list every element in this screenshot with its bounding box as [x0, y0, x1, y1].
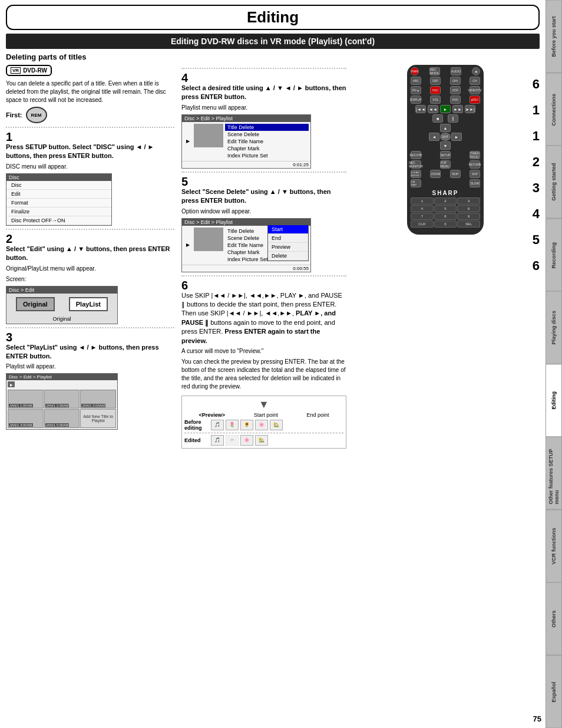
step4-menu-chapter: Chapter Mark — [225, 145, 309, 152]
skip-fwd-btn[interactable]: ►►| — [465, 105, 475, 113]
remote-label-1b: 1 — [533, 129, 540, 144]
stop-btn[interactable]: ■ — [432, 114, 443, 123]
ff-btn[interactable]: ►► — [452, 105, 463, 113]
step5-screen-content: ▶ Title Delete Scene Delete Edit Title N… — [182, 226, 310, 265]
num-3[interactable]: 3 — [457, 197, 480, 205]
num-2[interactable]: 2 — [434, 197, 457, 205]
dpad-tl — [429, 124, 439, 132]
slow-btn[interactable]: SLOW — [470, 179, 480, 187]
mid-column: 4 Select a desired title using ▲ / ▼ ◄ /… — [181, 65, 346, 728]
rec3-btn[interactable]: ●REC — [470, 95, 480, 104]
num-5[interactable]: 5 — [434, 205, 457, 212]
pgup-btn[interactable]: PG▲ — [411, 86, 421, 94]
dpad-down[interactable]: ▼ — [440, 141, 451, 150]
sidebar-tab-editing[interactable]: Editing — [546, 364, 562, 437]
step4-menu-index: Index Picture Set — [225, 152, 309, 159]
remote-stop-row: ■ ‖ — [411, 114, 480, 123]
recotb-btn[interactable]: RECOTB — [411, 151, 421, 159]
step6-extra: You can check the preview by pressing EN… — [181, 358, 346, 391]
def-btn[interactable]: DEF — [430, 77, 441, 85]
vol-btn[interactable]: VOL — [430, 95, 441, 104]
after-icon-3: 🌸 — [240, 435, 253, 446]
popup-end: End — [268, 234, 308, 243]
num-8[interactable]: 8 — [434, 213, 457, 220]
num-1[interactable]: 1 — [411, 197, 434, 205]
dpad-right[interactable]: ► — [451, 133, 462, 141]
dpad-enter[interactable]: ENT — [440, 133, 451, 141]
step5-timestamp: 0:00:55 — [182, 265, 310, 272]
left-column: VR DVD-RW You can delete a specific part… — [6, 65, 177, 728]
play-btn[interactable]: ► — [440, 105, 451, 113]
remote-play-row: |◄◄ ◄◄ ► ►► ►►| — [411, 105, 480, 113]
ghi-btn[interactable]: GHI — [450, 77, 461, 85]
open-close-btn[interactable]: ⏏ — [472, 67, 480, 75]
rec-mode-btn[interactable]: REC MODE — [429, 67, 440, 75]
before-editing-row: Before editing 🎵 🌷 🌻 🌸 🏡 — [184, 419, 343, 431]
num-0[interactable]: 0 — [434, 220, 457, 228]
ch-btn[interactable]: CH — [470, 77, 480, 85]
step6-divider — [181, 275, 346, 276]
remote-rec-row: RECOTB SETUP TIMER PROG — [411, 151, 480, 159]
cmskip-btn[interactable]: CM SKIP — [411, 179, 421, 187]
thumb-4: JAN/1 4:00AM — [8, 409, 44, 428]
audio-btn[interactable]: AUDIO — [451, 67, 461, 75]
preview-arrow: ▼ — [184, 398, 343, 411]
recmonitor-btn[interactable]: REC MONITOR — [411, 160, 421, 169]
first-label: First: — [6, 111, 22, 118]
sidebar-tab-vcr[interactable]: VCR functions — [546, 510, 562, 583]
step5-number: 5 — [181, 176, 346, 187]
num-4[interactable]: 4 — [411, 205, 434, 212]
page-title: Editing — [6, 5, 540, 30]
before-icon-2: 🌷 — [226, 420, 239, 430]
display-btn[interactable]: DISPLAY — [411, 95, 421, 104]
before-icons: 🎵 🌷 🌻 🌸 🏡 — [211, 420, 283, 430]
videoin-btn[interactable]: VIDEO/TV — [470, 86, 480, 94]
skip-back-btn[interactable]: |◄◄ — [415, 105, 426, 113]
num-clear[interactable]: CLR — [411, 220, 434, 228]
sidebar-tab-recording[interactable]: Recording — [546, 219, 562, 292]
abc-btn[interactable]: ABC — [411, 77, 421, 85]
clean-btn[interactable]: CLEAN BOOST — [411, 170, 421, 178]
dvd-btn[interactable]: DVD — [450, 95, 461, 104]
sidebar-tab-before[interactable]: Before you start — [546, 0, 562, 73]
step4-thumb — [194, 124, 223, 147]
num-7[interactable]: 7 — [411, 213, 434, 220]
num-select[interactable]: SEL — [457, 220, 480, 228]
step4-number: 4 — [181, 72, 346, 84]
zoom-btn[interactable]: ZOOM — [430, 170, 441, 178]
sidebar-tab-getting-started[interactable]: Getting started — [546, 146, 562, 219]
step1-item-edit: Edit — [6, 190, 111, 199]
step3-block: 3 Select "PlayList" using ◄ / ► buttons,… — [6, 331, 174, 430]
topmenu-btn[interactable]: TOP MENU — [440, 160, 451, 169]
pause-btn[interactable]: ‖ — [448, 114, 458, 123]
sidebar-tab-espanol[interactable]: Español — [546, 655, 562, 729]
step5-thumb — [194, 228, 223, 251]
rew-btn[interactable]: ◄◄ — [428, 105, 438, 113]
timer-btn[interactable]: TIMER PROG — [470, 151, 480, 159]
sidebar-tab-connections[interactable]: Connections — [546, 73, 562, 146]
remote-label-4: 4 — [533, 206, 540, 222]
intro-text: You can delete a specific part of a titl… — [6, 80, 174, 104]
skip-btn[interactable]: SKIP — [450, 170, 461, 178]
dpad-up[interactable]: ▲ — [440, 124, 451, 132]
step4-left-ctrl: ▶ — [184, 124, 192, 159]
remote-row2: ABC DEF GHI CH — [411, 77, 480, 85]
step2-block: 2 Select "Edit" using ▲ / ▼ buttons, the… — [6, 233, 174, 324]
num-6[interactable]: 6 — [457, 205, 480, 212]
dpad-left[interactable]: ◄ — [429, 133, 439, 141]
sidebar-tab-playing[interactable]: Playing discs — [546, 291, 562, 364]
before-icon-5: 🏡 — [270, 420, 283, 430]
sidebar-tab-others[interactable]: Others — [546, 582, 562, 655]
vcr2-btn[interactable]: VCR — [450, 86, 461, 94]
power-btn[interactable]: PWR — [411, 67, 419, 75]
before-icon-3: 🌻 — [240, 420, 253, 430]
sap-btn[interactable]: SAP — [470, 170, 480, 178]
return-btn[interactable]: RETURN — [470, 160, 480, 169]
remote-label-3: 3 — [533, 180, 540, 196]
num-9[interactable]: 9 — [457, 213, 480, 220]
rec2-btn[interactable]: REC — [430, 86, 441, 94]
sidebar-tab-other[interactable]: Other features SETUP menu — [546, 437, 562, 510]
setup-btn[interactable]: SETUP — [440, 151, 451, 159]
playlist-btn: PlayList — [69, 297, 108, 311]
after-icon-2-deleted: ✂ — [226, 435, 239, 446]
